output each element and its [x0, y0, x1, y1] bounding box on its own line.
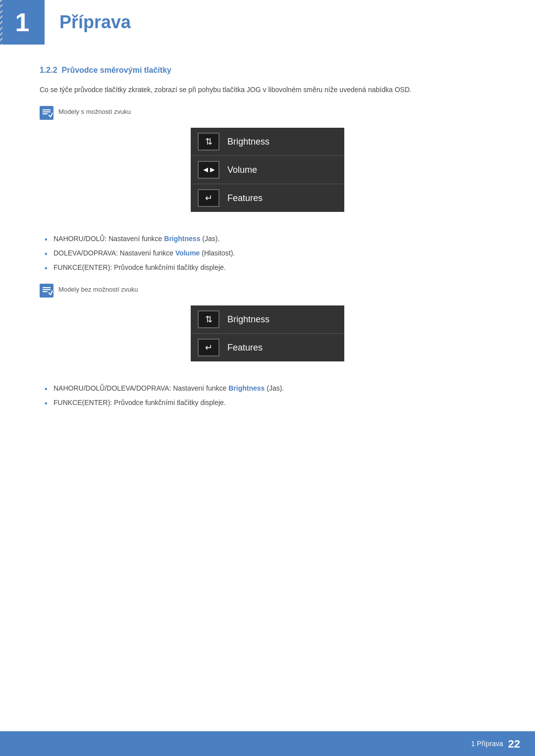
osd-icon-brightness: ⇅: [198, 133, 219, 151]
osd-wrapper-1: ⇅ Brightness ◄► Volume ↵ Features: [40, 128, 495, 224]
osd-wrapper-2: ⇅ Brightness ↵ Features: [40, 305, 495, 373]
bullet-3-text: FUNKCE(ENTER): Průvodce funkčními tlačít…: [54, 263, 226, 271]
bullet-item-1: NAHORU/DOLŮ: Nastavení funkce Brightness…: [45, 234, 495, 244]
bullet-item-3: FUNKCE(ENTER): Průvodce funkčními tlačít…: [45, 262, 495, 273]
main-content: 1.2.2 Průvodce směrovými tlačítky Co se …: [0, 64, 535, 408]
osd-icon-features: ↵: [198, 189, 219, 207]
osd-row-2-features: ↵ Features: [191, 334, 344, 361]
footer-chapter-label: 1 Příprava: [471, 739, 503, 749]
arrows-updown-icon-2: ⇅: [205, 315, 213, 324]
bullet-item-2: DOLEVA/DOPRAVA: Nastavení funkce Volume …: [45, 248, 495, 258]
bullet-1-bold: Brightness: [164, 235, 200, 243]
bullet-list-2: NAHORU/DOLŮ/DOLEVA/DOPRAVA: Nastavení fu…: [40, 383, 495, 408]
bullet-1-after: (Jas).: [200, 235, 219, 243]
osd-icon-2-features: ↵: [198, 339, 219, 356]
page-container: 1 Příprava 1.2.2 Průvodce směrovými tlač…: [0, 0, 535, 756]
section-number: 1.2.2: [40, 66, 57, 74]
osd-label-2-features: Features: [227, 341, 263, 354]
osd-box-2: ⇅ Brightness ↵ Features: [191, 305, 344, 361]
bullet2-1-bold: Brightness: [228, 384, 265, 392]
osd-box-1: ⇅ Brightness ◄► Volume ↵ Features: [191, 128, 344, 212]
bullet2-item-2: FUNKCE(ENTER): Průvodce funkčními tlačít…: [45, 398, 495, 408]
section-title: Průvodce směrovými tlačítky: [61, 66, 171, 74]
bullet-2-after: (Hlasitost).: [200, 249, 235, 257]
note-text-1: Modely s možností zvuku: [58, 105, 131, 117]
section-heading: 1.2.2 Průvodce směrovými tlačítky: [40, 64, 495, 76]
note-text-2: Modely bez možností zvuku: [58, 283, 138, 295]
page-header: 1 Příprava: [0, 0, 535, 45]
svg-rect-4: [40, 284, 54, 298]
arrows-updown-icon: ⇅: [205, 137, 213, 146]
bullet2-1-before: NAHORU/DOLŮ/DOLEVA/DOPRAVA: Nastavení fu…: [54, 384, 228, 392]
osd-label-brightness: Brightness: [227, 135, 269, 149]
bullet-1-before: NAHORU/DOLŮ: Nastavení funkce: [54, 235, 164, 243]
footer-page-number: 22: [508, 736, 520, 752]
osd-row-volume: ◄► Volume: [191, 156, 344, 184]
bullet2-1-after: (Jas).: [265, 384, 284, 392]
osd-icon-volume: ◄►: [198, 161, 219, 179]
bullet2-item-1: NAHORU/DOLŮ/DOLEVA/DOPRAVA: Nastavení fu…: [45, 383, 495, 394]
svg-rect-0: [40, 106, 54, 120]
osd-row-2-brightness: ⇅ Brightness: [191, 305, 344, 334]
note-block-1: Modely s možností zvuku: [40, 105, 495, 120]
enter-icon: ↵: [205, 194, 213, 202]
intro-paragraph: Co se týče průvodce tlačítky zkratek, zo…: [40, 84, 495, 95]
bullet2-2-text: FUNKCE(ENTER): Průvodce funkčními tlačít…: [54, 399, 226, 406]
osd-label-volume: Volume: [227, 163, 257, 177]
note-icon-1: [40, 106, 54, 120]
enter-icon-2: ↵: [205, 343, 213, 352]
osd-row-features: ↵ Features: [191, 184, 344, 212]
note-block-2: Modely bez možností zvuku: [40, 283, 495, 298]
osd-icon-2-brightness: ⇅: [198, 310, 219, 328]
note-icon-2: [40, 284, 54, 298]
bullet-2-bold: Volume: [175, 249, 200, 257]
osd-label-2-brightness: Brightness: [227, 313, 269, 326]
osd-row-brightness: ⇅ Brightness: [191, 128, 344, 156]
arrows-leftright-icon: ◄►: [202, 166, 215, 174]
chapter-title: Příprava: [59, 9, 131, 36]
page-footer: 1 Příprava 22: [0, 731, 535, 756]
chapter-number: 1: [15, 9, 30, 35]
chapter-title-area: Příprava: [45, 0, 131, 45]
chapter-number-block: 1: [0, 0, 45, 45]
osd-label-features: Features: [227, 192, 263, 205]
bullet-list-1: NAHORU/DOLŮ: Nastavení funkce Brightness…: [40, 234, 495, 273]
bullet-2-before: DOLEVA/DOPRAVA: Nastavení funkce: [54, 249, 175, 257]
